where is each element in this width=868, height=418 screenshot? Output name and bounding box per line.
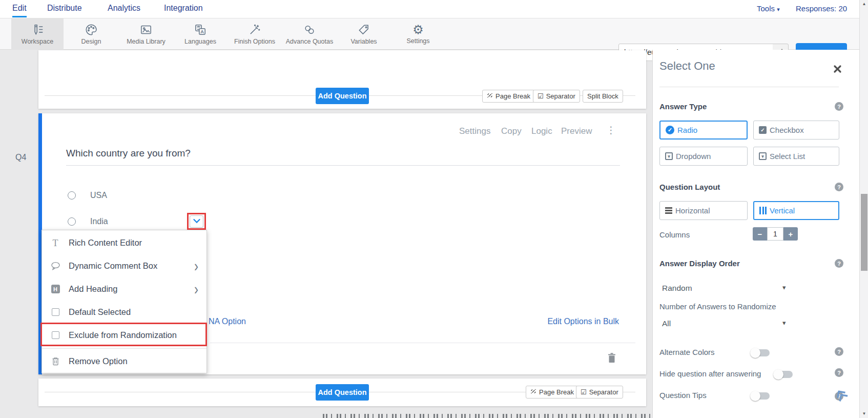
number-to-randomize-select[interactable]: All [662, 319, 671, 328]
columns-decrement-button[interactable]: − [753, 227, 767, 241]
toolbar-item-finish-options[interactable]: Finish Options [229, 18, 281, 50]
question-settings-action[interactable]: Settings [459, 126, 490, 136]
separator-checkbox-icon: ☑ [581, 389, 587, 395]
responses-count[interactable]: Responses: 20 [796, 4, 847, 13]
submenu-chevron-icon: › [194, 281, 198, 297]
separator-checkbox-icon: ☑ [538, 93, 544, 99]
delete-question-trash-icon[interactable] [607, 352, 617, 366]
select-list-caret-icon: ▾ [759, 152, 767, 160]
split-block-button-top[interactable]: Split Block [583, 90, 623, 103]
menu-item-remove-option[interactable]: Remove Option [42, 350, 206, 372]
toolbar-item-advance-quotas[interactable]: Advance Quotas [283, 18, 336, 50]
columns-increment-button[interactable]: + [783, 227, 798, 241]
nav-tab-distribute[interactable]: Distribute [47, 4, 82, 16]
question-tips-toggle[interactable] [751, 392, 770, 400]
finish-options-icon [248, 23, 261, 36]
menu-item-dynamic-comment-box[interactable]: Dynamic Comment Box › [42, 254, 206, 277]
caret-down-icon[interactable]: ▾ [782, 284, 786, 291]
scrollbar-up-arrow[interactable]: ▲ [860, 0, 868, 8]
caret-down-icon[interactable]: ▾ [782, 319, 786, 327]
radio-check-icon: ✓ [666, 126, 674, 134]
answer-type-select-list-button[interactable]: ▾ Select List [753, 147, 839, 166]
toolbar-item-workspace[interactable]: Workspace [11, 18, 64, 50]
svg-text:A: A [200, 29, 204, 34]
toggle-knob [750, 391, 760, 401]
checkbox-icon [49, 331, 61, 339]
vertical-bars-icon [759, 207, 767, 214]
page-break-icon [530, 388, 536, 396]
answer-display-order-help-icon[interactable]: ? [835, 259, 843, 268]
answer-type-checkbox-button[interactable]: ✓ Checkbox [753, 121, 839, 140]
toolbar-item-settings[interactable]: ⚙ Settings [392, 18, 444, 50]
separator-button-top[interactable]: ☑ Separator [533, 90, 580, 103]
checkbox-check-icon: ✓ [759, 126, 767, 134]
columns-label: Columns [659, 230, 690, 239]
question-preview-action[interactable]: Preview [561, 126, 592, 136]
menu-item-default-selected[interactable]: Default Selected [42, 301, 206, 324]
na-option-link[interactable]: NA Option [209, 317, 246, 326]
option-label-usa[interactable]: USA [90, 191, 107, 200]
question-title-underline [66, 165, 620, 166]
alternate-colors-help-icon[interactable]: ? [835, 347, 843, 356]
separator-button-bottom[interactable]: ☑ Separator [576, 386, 623, 399]
settings-gear-icon: ⚙ [412, 24, 424, 36]
hide-question-toggle[interactable] [774, 371, 793, 378]
hide-question-label: Hide question after answering [659, 369, 761, 378]
nav-tab-edit[interactable]: Edit [12, 4, 27, 17]
hide-question-help-icon[interactable]: ? [835, 368, 843, 377]
question-copy-action[interactable]: Copy [501, 126, 522, 136]
columns-value-field[interactable]: 1 [767, 227, 783, 241]
option-menu-chevron-button[interactable] [190, 215, 203, 228]
alternate-colors-label: Alternate Colors [659, 348, 715, 356]
menu-item-exclude-from-randomization[interactable]: Exclude from Randomization [42, 324, 206, 347]
tools-menu[interactable]: Tools ▾ [757, 4, 780, 13]
scrollbar-down-arrow[interactable]: ▼ [860, 410, 868, 418]
radio-option-usa[interactable] [68, 191, 76, 200]
page-break-button-top[interactable]: Page Break [482, 90, 535, 103]
nav-tab-analytics[interactable]: Analytics [108, 4, 140, 16]
page-break-button-bottom[interactable]: Page Break [526, 386, 578, 399]
page-scrollbar[interactable]: ▲ ▼ [859, 0, 868, 418]
chevron-down-icon [193, 217, 201, 226]
answer-type-dropdown-button[interactable]: ▾ Dropdown [659, 147, 748, 166]
alternate-colors-toggle[interactable] [751, 349, 770, 356]
toolbar-item-languages[interactable]: A Languages [174, 18, 226, 50]
option-label-india[interactable]: India [90, 217, 108, 226]
scrollbar-thumb[interactable] [861, 194, 867, 271]
question-number: Q4 [15, 153, 26, 162]
menu-divider [42, 348, 206, 349]
workspace-icon [31, 23, 44, 36]
trash-icon [49, 356, 61, 366]
close-panel-icon[interactable] [833, 65, 842, 75]
menu-item-rich-content-editor[interactable]: T Rich Content Editor [42, 231, 206, 254]
dropdown-caret-icon: ▾ [665, 152, 673, 160]
answer-type-label: Answer Type [659, 102, 707, 111]
edit-options-in-bulk-link[interactable]: Edit Options in Bulk [539, 317, 619, 326]
question-layout-label: Question Layout [659, 183, 720, 191]
add-question-button-top[interactable]: Add Question [316, 88, 369, 104]
page-break-icon [487, 92, 493, 100]
horizontal-bars-icon [665, 207, 672, 214]
toolbar-item-design[interactable]: Design [65, 18, 117, 50]
question-tips-label: Question Tips [659, 391, 707, 400]
layout-horizontal-button[interactable]: Horizontal [659, 201, 748, 220]
question-more-menu-icon[interactable]: ⋮ [606, 124, 616, 136]
text-icon: T [49, 238, 61, 248]
scroll-to-top-icon[interactable] [832, 386, 850, 405]
question-layout-help-icon[interactable]: ? [835, 183, 843, 191]
nav-tab-integration[interactable]: Integration [164, 4, 203, 16]
menu-item-add-heading[interactable]: H Add Heading › [42, 277, 206, 301]
layout-vertical-button[interactable]: Vertical [753, 201, 839, 220]
toolbar-item-media-library[interactable]: Media Library [120, 18, 172, 50]
question-logic-action[interactable]: Logic [531, 126, 552, 136]
add-question-button-bottom[interactable]: Add Question [316, 384, 369, 401]
answer-display-order-select[interactable]: Random [662, 284, 692, 293]
radio-option-india[interactable] [68, 217, 76, 226]
toolbar-item-variables[interactable]: Variables [338, 18, 390, 50]
number-to-randomize-label: Number of Answers to Randomize [659, 302, 776, 311]
caret-down-icon: ▾ [777, 6, 780, 12]
answer-type-help-icon[interactable]: ? [835, 102, 843, 111]
answer-type-radio-button[interactable]: ✓ Radio [659, 121, 748, 140]
question-title[interactable]: Which country are you from? [66, 148, 191, 159]
design-icon [85, 23, 98, 36]
